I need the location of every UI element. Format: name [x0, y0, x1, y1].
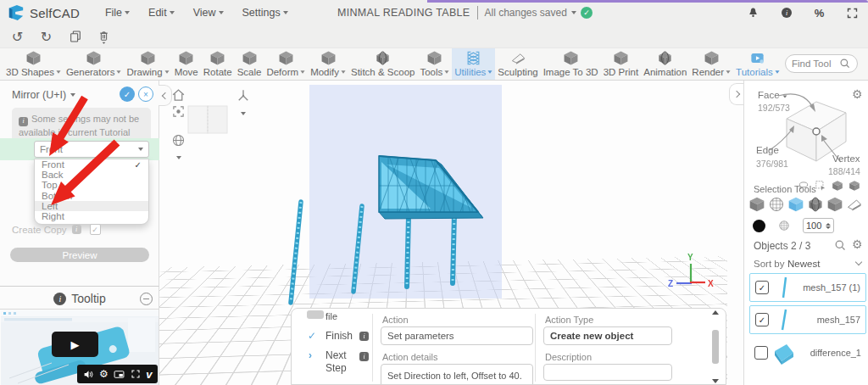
tool-image-to-3d[interactable]: Image To 3D [541, 48, 601, 80]
vimeo-logo-icon[interactable]: v [146, 368, 152, 381]
tool-3d-print[interactable]: 3D Print [601, 48, 642, 80]
fullscreen-icon[interactable] [845, 6, 860, 20]
tool-render[interactable]: Render [689, 48, 733, 80]
tool-drawing[interactable]: Drawing [124, 48, 171, 80]
pip-icon[interactable] [114, 369, 125, 380]
info-icon[interactable]: i [359, 352, 369, 361]
settings-gear-icon[interactable]: ⚙ [99, 368, 108, 380]
minimize-icon[interactable] [140, 293, 153, 305]
menu-edit[interactable]: Edit [148, 7, 175, 19]
tool-animation[interactable]: Animation [641, 48, 689, 80]
notifications-bell-icon[interactable] [746, 6, 760, 20]
apply-button[interactable]: ✓ [120, 86, 135, 102]
sort-select[interactable]: Newest [787, 259, 820, 269]
perspective-globe-icon[interactable] [171, 133, 186, 162]
save-status[interactable]: All changes saved ✓ [485, 7, 593, 19]
next-step-button[interactable]: Next [326, 349, 347, 361]
redo-icon[interactable]: ↻ [39, 30, 53, 44]
mirror-panel-title[interactable]: Mirror (U+I) [12, 89, 75, 101]
panel-expand-tab[interactable] [729, 83, 743, 105]
file-step-label[interactable]: file [326, 311, 337, 321]
vertex-mode-label[interactable]: Vertex [832, 153, 860, 164]
edge-mode-label[interactable]: Edge [756, 145, 779, 155]
select-open-cube-icon[interactable] [826, 196, 843, 213]
tool-scale[interactable]: Scale [235, 48, 264, 80]
action-type-input[interactable] [543, 326, 672, 345]
select-mesh-active-icon[interactable] [787, 196, 804, 213]
opacity-stepper[interactable]: 100 [803, 218, 834, 233]
object-row-difference-1[interactable]: difference_1 [749, 338, 866, 367]
tool-rotate[interactable]: Rotate [201, 48, 235, 80]
solid-select-icon[interactable] [849, 180, 860, 192]
chevron-down-icon[interactable] [855, 259, 862, 265]
dropdown-option-left[interactable]: Left [35, 201, 148, 211]
select-plane-icon[interactable] [846, 196, 863, 213]
preview-button[interactable]: Preview [10, 248, 149, 262]
search-icon[interactable] [834, 239, 847, 252]
texture-sphere-icon[interactable] [778, 220, 790, 232]
video-controls[interactable]: ⚙ v [77, 365, 158, 383]
paint-select-icon[interactable] [832, 180, 843, 192]
tool-sculpting[interactable]: Sculpting [495, 48, 540, 80]
tool-utilities[interactable]: Utilities [452, 48, 495, 80]
action-details-input[interactable] [381, 364, 533, 385]
tool-modify[interactable]: Modify [308, 48, 348, 80]
info-icon[interactable]: i [779, 6, 793, 20]
undo-icon[interactable]: ↺ [10, 30, 25, 44]
units-percent-icon[interactable]: % [812, 6, 826, 20]
panel-collapse-tab[interactable] [159, 85, 172, 106]
gear-icon[interactable]: ⚙ [852, 237, 863, 251]
dropdown-option-front[interactable]: Front✓ [35, 159, 148, 170]
tool-tutorials[interactable]: Tutorials [733, 48, 782, 80]
menu-view[interactable]: View [193, 7, 224, 19]
finish-button[interactable]: Finish [326, 330, 353, 342]
visibility-checkbox[interactable] [754, 346, 768, 360]
select-ring-cube-icon[interactable] [807, 196, 824, 213]
copy-icon[interactable] [68, 30, 82, 44]
tool-deform[interactable]: Deform [264, 48, 308, 80]
color-swatch-black[interactable] [753, 220, 765, 232]
tool-move[interactable]: Move [172, 48, 201, 80]
document-title-area: MINMAL READING TABLE All changes saved ✓ [337, 0, 593, 25]
dropdown-option-back[interactable]: Back [35, 170, 148, 180]
delete-trash-icon[interactable] [97, 30, 111, 44]
marquee-select-icon[interactable] [815, 180, 826, 192]
object-row-mesh-157[interactable]: ✓ mesh_157 [749, 305, 866, 334]
select-solid-cube-icon[interactable] [748, 196, 765, 213]
action-input[interactable] [381, 326, 533, 345]
tool-generators[interactable]: Generators [64, 48, 125, 80]
object-row-mesh-157-1[interactable]: ✓ mesh_157 (1) [749, 273, 866, 302]
create-copy-checkbox[interactable]: ✓ [90, 224, 101, 235]
menu-file[interactable]: File [105, 7, 130, 19]
info-icon[interactable]: i [359, 332, 369, 341]
panel-scrollbar[interactable] [709, 310, 721, 383]
scroll-up-icon[interactable] [712, 310, 719, 315]
focus-selection-icon[interactable] [172, 105, 185, 120]
dropdown-option-right[interactable]: Right [35, 211, 148, 221]
dropdown-option-bottom[interactable]: Bottom [35, 191, 148, 201]
next-step-button-line2[interactable]: Step [326, 362, 347, 374]
tool-tools[interactable]: Tools [417, 48, 452, 80]
select-wireframe-icon[interactable] [768, 196, 785, 213]
stepper-arrows-icon[interactable] [826, 223, 831, 229]
cancel-button[interactable]: × [138, 86, 153, 102]
tool-3d-shapes[interactable]: 3D Shapes [3, 48, 64, 80]
volume-icon[interactable] [83, 369, 94, 380]
home-view-icon[interactable] [171, 88, 186, 105]
description-input[interactable] [543, 364, 672, 381]
lasso-select-icon[interactable] [798, 180, 810, 192]
scroll-down-icon[interactable] [712, 379, 719, 383]
video-play-button[interactable]: ▶ [52, 332, 98, 357]
dropdown-option-top[interactable]: Top [35, 180, 148, 190]
visibility-checkbox[interactable]: ✓ [755, 313, 769, 326]
fullscreen-icon[interactable] [131, 369, 141, 379]
app-brand[interactable]: SelfCAD [7, 4, 80, 21]
tool-stitch-scoop[interactable]: Stitch & Scoop [348, 48, 417, 80]
direction-select[interactable]: Front [34, 141, 149, 158]
find-tool-search[interactable]: Find Tool [785, 54, 858, 73]
tutorial-video-player[interactable]: ▶ ⚙ v [1, 310, 159, 385]
orientation-axis-icon[interactable] [236, 88, 251, 118]
menu-settings[interactable]: Settings [242, 7, 288, 19]
scrollbar-thumb[interactable] [712, 330, 719, 364]
visibility-checkbox[interactable]: ✓ [755, 281, 769, 294]
